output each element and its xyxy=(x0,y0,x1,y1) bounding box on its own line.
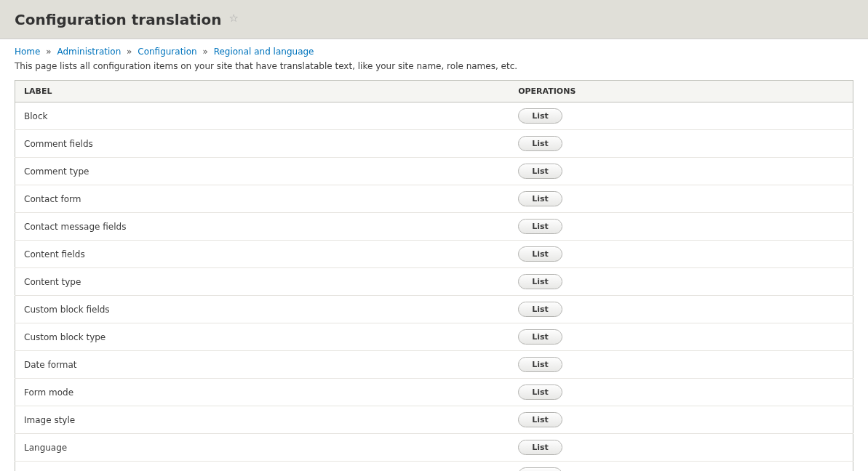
list-button[interactable]: List xyxy=(518,467,562,471)
table-row: Custom block fieldsList xyxy=(15,296,853,323)
col-header-label: Label xyxy=(15,81,510,102)
cell-label: Image style xyxy=(15,406,510,434)
cell-operations: List xyxy=(509,102,853,130)
list-button[interactable]: List xyxy=(518,219,562,234)
table-container: Label Operations BlockListComment fields… xyxy=(15,80,853,471)
cell-operations: List xyxy=(509,351,853,379)
cell-operations: List xyxy=(509,406,853,434)
cell-label: Menu xyxy=(15,462,510,472)
table-row: Contact formList xyxy=(15,185,853,213)
cell-label: Custom block fields xyxy=(15,296,510,323)
table-row: Image styleList xyxy=(15,406,853,434)
list-button[interactable]: List xyxy=(518,246,562,262)
cell-label: Language xyxy=(15,434,510,462)
breadcrumb-administration[interactable]: Administration xyxy=(57,47,121,57)
content: Home » Administration » Configuration » … xyxy=(0,39,868,471)
list-button[interactable]: List xyxy=(518,385,562,400)
star-icon[interactable]: ☆ xyxy=(228,12,238,25)
cell-operations: List xyxy=(509,185,853,213)
table-row: Content fieldsList xyxy=(15,241,853,268)
table-row: Date formatList xyxy=(15,351,853,379)
cell-label: Form mode xyxy=(15,379,510,406)
cell-operations: List xyxy=(509,434,853,462)
cell-operations: List xyxy=(509,130,853,158)
breadcrumb-sep: » xyxy=(124,47,135,57)
table-row: Content typeList xyxy=(15,268,853,296)
cell-label: Date format xyxy=(15,351,510,379)
breadcrumb: Home » Administration » Configuration » … xyxy=(0,39,868,61)
table-row: Comment fieldsList xyxy=(15,130,853,158)
list-button[interactable]: List xyxy=(518,440,562,455)
page-header: Configuration translation ☆ xyxy=(0,0,868,39)
cell-label: Custom block type xyxy=(15,323,510,351)
cell-label: Comment type xyxy=(15,158,510,185)
table-row: Form modeList xyxy=(15,379,853,406)
breadcrumb-sep: » xyxy=(43,47,54,57)
col-header-operations: Operations xyxy=(509,81,853,102)
list-button[interactable]: List xyxy=(518,191,562,206)
list-button[interactable]: List xyxy=(518,412,562,427)
cell-operations: List xyxy=(509,462,853,472)
cell-operations: List xyxy=(509,158,853,185)
list-button[interactable]: List xyxy=(518,274,562,289)
list-button[interactable]: List xyxy=(518,302,562,317)
table-row: MenuList xyxy=(15,462,853,472)
list-button[interactable]: List xyxy=(518,329,562,345)
table-row: Contact message fieldsList xyxy=(15,213,853,241)
page-title: Configuration translation xyxy=(15,11,222,28)
cell-label: Contact message fields xyxy=(15,213,510,241)
cell-operations: List xyxy=(509,268,853,296)
table-row: Custom block typeList xyxy=(15,323,853,351)
cell-operations: List xyxy=(509,241,853,268)
cell-operations: List xyxy=(509,323,853,351)
list-button[interactable]: List xyxy=(518,357,562,372)
list-button[interactable]: List xyxy=(518,164,562,179)
breadcrumb-home[interactable]: Home xyxy=(15,47,40,57)
table-row: LanguageList xyxy=(15,434,853,462)
cell-operations: List xyxy=(509,296,853,323)
list-button[interactable]: List xyxy=(518,136,562,151)
cell-label: Content type xyxy=(15,268,510,296)
cell-label: Block xyxy=(15,102,510,130)
breadcrumb-configuration[interactable]: Configuration xyxy=(138,47,196,57)
cell-label: Contact form xyxy=(15,185,510,213)
table-row: BlockList xyxy=(15,102,853,130)
config-table: Label Operations BlockListComment fields… xyxy=(15,80,853,471)
breadcrumb-regional[interactable]: Regional and language xyxy=(214,47,314,57)
page-description: This page lists all configuration items … xyxy=(0,61,868,80)
list-button[interactable]: List xyxy=(518,108,562,124)
cell-label: Comment fields xyxy=(15,130,510,158)
table-row: Comment typeList xyxy=(15,158,853,185)
breadcrumb-sep: » xyxy=(199,47,210,57)
cell-operations: List xyxy=(509,213,853,241)
cell-label: Content fields xyxy=(15,241,510,268)
cell-operations: List xyxy=(509,379,853,406)
